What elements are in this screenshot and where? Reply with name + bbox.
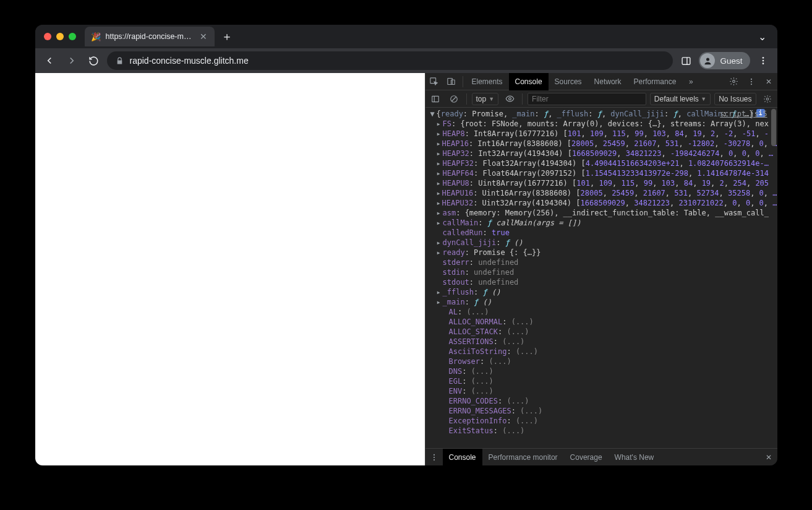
object-lazy-property-row[interactable]: ALLOC_STACK: (...) (425, 327, 777, 337)
object-property-row[interactable]: ▸HEAP8: Int8Array(16777216) [101, 109, 1… (425, 129, 777, 139)
object-lazy-property-row[interactable]: ExceptionInfo: (...) (425, 416, 777, 426)
context-selector[interactable]: top▼ (472, 93, 499, 105)
toggle-sidebar-icon[interactable] (428, 92, 443, 106)
object-lazy-property-row[interactable]: ExitStatus: (...) (425, 426, 777, 436)
object-lazy-property-row[interactable]: ASSERTIONS: (...) (425, 337, 777, 347)
back-button[interactable] (40, 51, 59, 70)
object-lazy-property-row[interactable]: ERRNO_CODES: (...) (425, 396, 777, 406)
settings-icon[interactable] (725, 73, 743, 90)
live-expression-icon[interactable] (502, 92, 517, 106)
devtools-drawer: Console Performance monitor Coverage Wha… (425, 448, 777, 465)
object-property-row[interactable]: ▸HEAPF64: Float64Array(2097152) [1.15454… (425, 168, 777, 178)
console-settings-icon[interactable] (760, 92, 775, 106)
object-property-row[interactable]: ▸callMain: ƒ callMain(args = []) (425, 218, 777, 228)
console-output[interactable]: script.js:5 ▼{ready: Promise, _main: ƒ, … (425, 108, 777, 448)
object-lazy-property-row[interactable]: ENV: (...) (425, 386, 777, 396)
svg-rect-7 (448, 79, 453, 85)
object-property-row[interactable]: ▸HEAPU16: Uint16Array(8388608) [28005, 2… (425, 188, 777, 198)
side-panel-button[interactable] (677, 51, 695, 70)
window-chevron-icon[interactable]: ⌄ (752, 31, 772, 43)
page-viewport[interactable] (35, 73, 425, 465)
svg-point-21 (433, 459, 434, 460)
drawer-tab-performance-monitor[interactable]: Performance monitor (482, 449, 564, 466)
devtools-panel: Elements Console Sources Network Perform… (425, 73, 777, 465)
forward-button[interactable] (62, 51, 81, 70)
svg-rect-0 (682, 57, 690, 64)
new-tab-button[interactable]: ＋ (218, 28, 236, 45)
source-link[interactable]: script.js:5 (720, 109, 767, 119)
object-property-row[interactable]: ▸HEAPF32: Float32Array(4194304) [4.49044… (425, 158, 777, 168)
object-property-row[interactable]: calledRun: true (425, 228, 777, 238)
drawer-tab-whats-new[interactable]: What's New (609, 449, 660, 466)
issues-chip[interactable]: No Issues (714, 93, 756, 105)
object-lazy-property-row[interactable]: Browser: (...) (425, 357, 777, 366)
close-tab-button[interactable]: ✕ (199, 32, 208, 41)
device-toolbar-icon[interactable] (443, 73, 460, 90)
object-property-row[interactable]: stdout: undefined (425, 277, 777, 287)
clear-console-icon[interactable] (447, 92, 461, 106)
drawer-tab-coverage[interactable]: Coverage (564, 449, 609, 466)
favicon-icon: 🎉 (91, 32, 101, 41)
drawer-kebab-icon[interactable] (425, 449, 443, 466)
object-lazy-property-row[interactable]: AsciiToString: (...) (425, 347, 777, 357)
object-property-row[interactable]: ▸_main: ƒ () (425, 297, 777, 307)
address-bar[interactable]: rapid-concise-muscle.glitch.me (107, 51, 673, 70)
minimize-window-button[interactable] (56, 33, 64, 40)
window-controls (44, 33, 76, 40)
svg-rect-13 (432, 96, 438, 102)
svg-point-9 (733, 80, 735, 83)
svg-point-11 (750, 80, 751, 82)
object-property-row[interactable]: ▸dynCall_jiji: ƒ () (425, 238, 777, 248)
object-lazy-property-row[interactable]: DNS: (...) (425, 366, 777, 376)
object-property-row[interactable]: ▸HEAP32: Int32Array(4194304) [1668509029… (425, 149, 777, 158)
svg-point-5 (762, 63, 764, 64)
inspect-element-icon[interactable] (425, 73, 443, 90)
browser-toolbar: rapid-concise-muscle.glitch.me Guest (35, 48, 777, 73)
tab-elements[interactable]: Elements (466, 73, 509, 90)
object-property-row[interactable]: ▸FS: {root: FSNode, mounts: Array(0), de… (425, 119, 777, 129)
object-lazy-property-row[interactable]: ERRNO_MESSAGES: (...) (425, 406, 777, 416)
tab-network[interactable]: Network (588, 73, 628, 90)
url-text: rapid-concise-muscle.glitch.me (130, 56, 249, 66)
tab-performance[interactable]: Performance (628, 73, 683, 90)
object-property-row[interactable]: stderr: undefined (425, 257, 777, 267)
profile-chip[interactable]: Guest (699, 52, 750, 69)
more-tabs-icon[interactable]: » (682, 73, 699, 90)
svg-rect-8 (451, 80, 455, 85)
object-property-row[interactable]: ▸HEAPU32: Uint32Array(4194304) [16685090… (425, 198, 777, 208)
close-devtools-button[interactable]: ✕ (760, 73, 777, 90)
tab-console[interactable]: Console (509, 73, 549, 90)
object-property-row[interactable]: ▸_fflush: ƒ () (425, 287, 777, 297)
scrollbar-thumb[interactable] (771, 109, 776, 146)
object-property-row[interactable]: stdin: undefined (425, 267, 777, 277)
menu-button[interactable] (754, 51, 772, 70)
maximize-window-button[interactable] (69, 33, 76, 40)
levels-selector[interactable]: Default levels ▼ (650, 93, 711, 105)
close-drawer-button[interactable]: ✕ (760, 449, 777, 466)
kebab-icon[interactable] (743, 73, 760, 90)
object-lazy-property-row[interactable]: AL: (...) (425, 307, 777, 317)
tab-title: https://rapid-concise-muscle.g (106, 32, 194, 41)
close-window-button[interactable] (44, 33, 51, 40)
svg-point-17 (508, 98, 511, 100)
filter-input[interactable] (528, 93, 646, 105)
svg-point-20 (433, 456, 434, 457)
console-toolbar: top▼ Default levels ▼ No Issues (425, 90, 777, 108)
object-lazy-property-row[interactable]: ALLOC_NORMAL: (...) (425, 317, 777, 327)
svg-point-19 (433, 454, 434, 455)
reload-button[interactable] (85, 51, 103, 70)
object-lazy-property-row[interactable]: EGL: (...) (425, 376, 777, 386)
browser-tab[interactable]: 🎉 https://rapid-concise-muscle.g ✕ (85, 27, 215, 46)
object-property-row[interactable]: ▸HEAP16: Int16Array(8388608) [28005, 254… (425, 139, 777, 149)
svg-point-12 (750, 84, 751, 85)
object-property-row[interactable]: ▸asm: {memory: Memory(256), __indirect_f… (425, 208, 777, 218)
devtools-tabbar: Elements Console Sources Network Perform… (425, 73, 777, 90)
svg-line-16 (451, 97, 456, 101)
svg-point-3 (762, 57, 764, 59)
drawer-tab-console[interactable]: Console (443, 449, 482, 466)
svg-point-18 (766, 98, 769, 100)
svg-point-10 (750, 78, 751, 79)
tab-sources[interactable]: Sources (549, 73, 588, 90)
object-property-row[interactable]: ▸ready: Promise {: {…}} (425, 248, 777, 257)
object-property-row[interactable]: ▸HEAPU8: Uint8Array(16777216) [101, 109,… (425, 178, 777, 188)
